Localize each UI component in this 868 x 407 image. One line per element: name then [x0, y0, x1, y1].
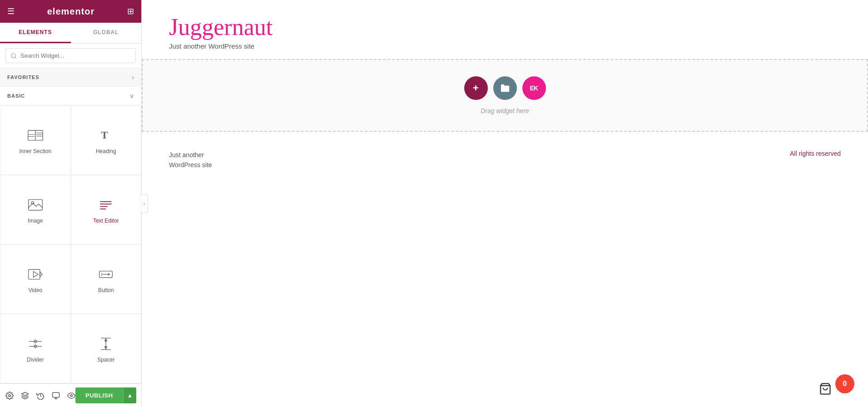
video-icon — [26, 265, 45, 283]
svg-rect-8 — [28, 199, 42, 210]
drop-zone[interactable]: + EK Drag widget here — [142, 59, 868, 132]
image-icon — [26, 196, 45, 214]
ek-button[interactable]: EK — [522, 76, 546, 100]
svg-marker-15 — [40, 272, 42, 277]
search-input[interactable] — [5, 48, 136, 63]
svg-rect-32 — [53, 392, 60, 397]
svg-marker-19 — [109, 273, 110, 276]
basic-section-header[interactable]: BASIC ∨ — [0, 87, 141, 105]
text-editor-label: Text Editor — [93, 218, 119, 224]
site-footer: Just anotherWordPress site All rights re… — [142, 132, 868, 179]
divider-label: Divider — [27, 357, 44, 363]
favorites-label: FAVORITES — [7, 74, 40, 80]
svg-point-35 — [70, 394, 73, 397]
svg-marker-28 — [104, 338, 108, 341]
widget-video[interactable]: Video — [0, 244, 71, 314]
search-container — [0, 44, 141, 68]
button-icon — [97, 265, 115, 283]
cart-badge[interactable]: 0 — [835, 374, 854, 393]
drop-zone-text: Drag widget here — [481, 107, 529, 114]
image-label: Image — [28, 218, 43, 224]
footer-icons — [5, 392, 75, 400]
heading-label: Heading — [96, 148, 116, 154]
tab-elements[interactable]: ELEMENTS — [0, 23, 71, 43]
button-label: Button — [98, 287, 114, 293]
publish-btn-group: PUBLISH ▲ — [75, 387, 136, 403]
svg-point-30 — [9, 394, 11, 397]
widget-inner-section[interactable]: Inner Section — [0, 105, 71, 175]
svg-marker-29 — [104, 346, 108, 349]
sidebar-header: ☰ elementor ⊞ — [0, 0, 141, 23]
sidebar-footer: PUBLISH ▲ — [0, 383, 141, 407]
inner-section-label: Inner Section — [19, 148, 51, 154]
main-canvas: Juggernaut Just another WordPress site +… — [142, 0, 868, 407]
footer-right-text: All rights reserved — [790, 150, 841, 157]
favorites-section-header[interactable]: FAVORITES › — [0, 68, 141, 87]
grid-icon[interactable]: ⊞ — [127, 6, 134, 16]
widgets-grid: Inner Section T Heading Image — [0, 105, 141, 383]
favorites-arrow-icon: › — [132, 74, 134, 81]
responsive-icon[interactable] — [52, 392, 60, 400]
inner-section-icon — [26, 126, 45, 144]
site-title: Juggernaut — [169, 14, 841, 40]
preview-icon[interactable] — [67, 392, 75, 400]
elementor-logo: elementor — [47, 6, 95, 17]
widget-text-editor[interactable]: Text Editor — [71, 175, 142, 244]
heading-icon: T — [97, 126, 115, 144]
svg-marker-16 — [33, 271, 38, 277]
widget-button[interactable]: Button — [71, 244, 142, 314]
basic-arrow-icon: ∨ — [129, 92, 134, 99]
divider-icon — [26, 335, 45, 353]
canvas-inner: Juggernaut Just another WordPress site +… — [142, 0, 868, 407]
publish-button[interactable]: PUBLISH — [75, 387, 123, 403]
spacer-icon — [97, 335, 115, 353]
spacer-label: Spacer — [97, 357, 114, 363]
site-header: Juggernaut Just another WordPress site — [142, 0, 868, 59]
tab-global[interactable]: GLOBAL — [71, 23, 142, 43]
collapse-sidebar-handle[interactable]: ‹ — [141, 194, 148, 213]
publish-dropdown-button[interactable]: ▲ — [123, 387, 137, 403]
widget-heading[interactable]: T Heading — [71, 105, 142, 175]
text-editor-icon — [97, 196, 115, 214]
footer-left-text: Just anotherWordPress site — [169, 150, 212, 170]
hamburger-menu-icon[interactable]: ☰ — [7, 6, 15, 16]
folder-button[interactable] — [493, 76, 517, 100]
drop-zone-buttons: + EK — [464, 76, 546, 100]
svg-text:T: T — [101, 129, 108, 141]
sidebar-tabs: ELEMENTS GLOBAL — [0, 23, 141, 44]
cart-icon[interactable] — [819, 382, 832, 398]
widget-image[interactable]: Image — [0, 175, 71, 244]
sidebar: ☰ elementor ⊞ ELEMENTS GLOBAL FAVORITES … — [0, 0, 142, 407]
widget-spacer[interactable]: Spacer — [71, 314, 142, 383]
settings-icon[interactable] — [5, 392, 14, 400]
svg-marker-31 — [22, 392, 29, 396]
video-label: Video — [29, 287, 42, 293]
layers-icon[interactable] — [21, 392, 29, 400]
site-tagline: Just another WordPress site — [169, 42, 841, 50]
history-icon[interactable] — [36, 392, 45, 400]
widget-divider[interactable]: Divider — [0, 314, 71, 383]
basic-label: BASIC — [7, 93, 25, 99]
add-element-button[interactable]: + — [464, 76, 488, 100]
